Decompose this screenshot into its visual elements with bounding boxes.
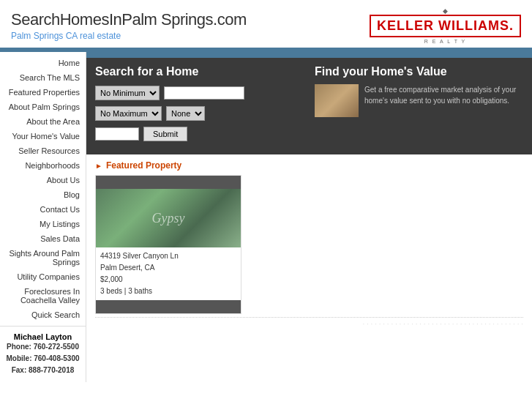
keller-williams-logo: ◆ KELLER WILLIAMS. R E A L T Y bbox=[370, 7, 521, 44]
property-beds-baths: 3 beds | 3 baths bbox=[100, 286, 236, 297]
agent-name: Michael Layton bbox=[4, 332, 82, 341]
value-image bbox=[315, 84, 359, 117]
sidebar-item-listings[interactable]: My Listings bbox=[0, 217, 86, 231]
beds-select[interactable]: None 1 2 3 bbox=[166, 106, 205, 121]
featured-dots: · · · · · · · · · · · · · · · · · · · · … bbox=[95, 317, 523, 328]
sidebar-item-home[interactable]: Home bbox=[0, 56, 86, 70]
value-panel-title: Find your Home's Value bbox=[315, 65, 523, 78]
property-card[interactable]: Gypsy 44319 Silver Canyon Ln Palm Desert… bbox=[95, 175, 241, 314]
agent-info: Michael Layton Phone: 760-272-5500 Mobil… bbox=[0, 326, 86, 382]
price-min-row: No Minimum $100,000 $200,000 $300,000 bbox=[95, 86, 304, 100]
fax-number: 888-770-2018 bbox=[29, 366, 74, 374]
sidebar-item-featured[interactable]: Featured Properties bbox=[0, 85, 86, 100]
search-home-panel: Search for a Home No Minimum $100,000 $2… bbox=[95, 65, 304, 147]
value-content: Get a free comparative market analysis o… bbox=[315, 84, 523, 117]
featured-header: ► Featured Property bbox=[95, 160, 523, 171]
sidebar-item-home-value[interactable]: Your Home's Value bbox=[0, 129, 86, 143]
sidebar-item-contact[interactable]: Contact Us bbox=[0, 202, 86, 217]
search-panel-title: Search for a Home bbox=[95, 65, 304, 78]
featured-section: ► Featured Property Gypsy 44319 Silver C… bbox=[86, 154, 532, 334]
site-title: SearchHomesInPalm Springs.com bbox=[11, 10, 247, 29]
mobile-label: Mobile: bbox=[6, 354, 31, 362]
sidebar: Home Search The MLS Featured Properties … bbox=[0, 52, 86, 382]
sidebar-item-neighborhoods[interactable]: Neighborhoods bbox=[0, 158, 86, 173]
property-address: 44319 Silver Canyon Ln bbox=[100, 250, 236, 262]
main-layout: Home Search The MLS Featured Properties … bbox=[0, 52, 532, 382]
sidebar-item-about-palm[interactable]: About Palm Springs bbox=[0, 100, 86, 114]
agent-mobile: Mobile: 760-408-5300 bbox=[4, 353, 82, 365]
search-submit-button[interactable]: Submit bbox=[143, 127, 187, 141]
zip-input[interactable] bbox=[164, 86, 244, 100]
mobile-number: 760-408-5300 bbox=[34, 354, 79, 362]
kw-logo-sub: R E A L T Y bbox=[424, 39, 467, 44]
sidebar-item-sales[interactable]: Sales Data bbox=[0, 231, 86, 246]
sidebar-item-about-area[interactable]: About the Area bbox=[0, 114, 86, 129]
phone-number: 760-272-5500 bbox=[34, 343, 79, 351]
page-header: SearchHomesInPalm Springs.com Palm Sprin… bbox=[0, 0, 532, 48]
value-description: Get a free comparative market analysis o… bbox=[364, 84, 523, 106]
property-card-top-bar bbox=[96, 176, 241, 189]
sidebar-item-mls[interactable]: Search The MLS bbox=[0, 70, 86, 85]
sidebar-item-blog[interactable]: Blog bbox=[0, 187, 86, 202]
featured-title: Featured Property bbox=[106, 160, 181, 171]
submit-row: Submit bbox=[95, 127, 304, 141]
kw-logo-text: KELLER WILLIAMS. bbox=[370, 15, 521, 37]
top-panels: Search for a Home No Minimum $100,000 $2… bbox=[86, 58, 532, 154]
main-content: Search for a Home No Minimum $100,000 $2… bbox=[86, 52, 532, 382]
sidebar-item-seller[interactable]: Seller Resources bbox=[0, 143, 86, 158]
property-info: 44319 Silver Canyon Ln Palm Desert, CA $… bbox=[96, 247, 241, 300]
sidebar-item-about-us[interactable]: About Us bbox=[0, 173, 86, 187]
sidebar-item-utility[interactable]: Utility Companies bbox=[0, 269, 86, 284]
agent-fax: Fax: 888-770-2018 bbox=[4, 365, 82, 376]
price-min-select[interactable]: No Minimum $100,000 $200,000 $300,000 bbox=[95, 86, 160, 100]
price-max-select[interactable]: No Maximum $200,000 $300,000 bbox=[95, 106, 162, 121]
content-accent-bar bbox=[86, 52, 532, 58]
price-max-row: No Maximum $200,000 $300,000 None 1 2 3 bbox=[95, 106, 304, 121]
sidebar-item-quick-search[interactable]: Quick Search bbox=[0, 307, 86, 322]
site-subtitle: Palm Springs CA real estate bbox=[11, 31, 247, 41]
agent-phone: Phone: 760-272-5500 bbox=[4, 341, 82, 353]
property-price: $2,000 bbox=[100, 274, 236, 286]
property-card-bottom-bar bbox=[96, 300, 241, 313]
property-image: Gypsy bbox=[96, 189, 241, 247]
property-city: Palm Desert, CA bbox=[100, 262, 236, 274]
fax-label: Fax: bbox=[12, 366, 27, 374]
address-input[interactable] bbox=[95, 127, 139, 141]
site-title-area: SearchHomesInPalm Springs.com Palm Sprin… bbox=[11, 10, 247, 41]
phone-label: Phone: bbox=[7, 343, 31, 351]
featured-arrow-icon: ► bbox=[95, 162, 102, 170]
sidebar-item-foreclosures[interactable]: Foreclosures In Coachella Valley bbox=[0, 284, 86, 307]
sidebar-item-sights[interactable]: Sights Around Palm Springs bbox=[0, 246, 86, 269]
find-value-panel: Find your Home's Value Get a free compar… bbox=[315, 65, 523, 147]
